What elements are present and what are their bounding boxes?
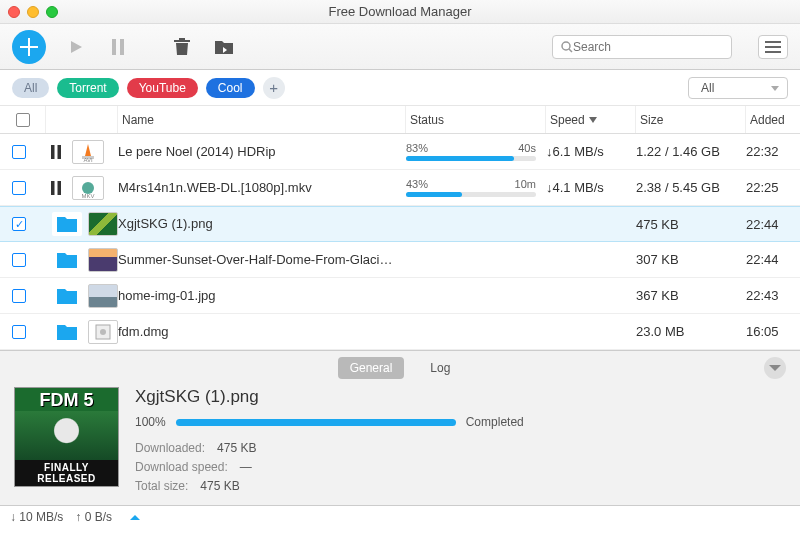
size-cell: 307 KB <box>636 252 746 267</box>
details-progress: 100% Completed <box>135 415 786 429</box>
col-size[interactable]: Size <box>636 106 746 133</box>
add-download-button[interactable] <box>12 30 46 64</box>
svg-rect-4 <box>765 46 781 48</box>
row-checkbox[interactable] <box>12 181 26 195</box>
details-filename: XgjtSKG (1).png <box>135 387 786 407</box>
details-pane: General Log FDM 5 FINALLY RELEASED XgjtS… <box>0 350 800 505</box>
pause-icon <box>46 181 66 195</box>
add-tag-button[interactable]: + <box>263 77 285 99</box>
svg-rect-6 <box>51 145 55 159</box>
file-name: XgjtSKG (1).png <box>118 206 406 242</box>
progress: 83%40s <box>406 142 536 161</box>
row-checkbox[interactable] <box>12 325 26 339</box>
added-cell: 22:43 <box>746 288 800 303</box>
size-cell: 2.38 / 5.45 GB <box>636 180 746 195</box>
table-row[interactable]: fdm.dmg23.0 MB16:05 <box>0 314 800 350</box>
added-cell: 16:05 <box>746 324 800 339</box>
hamburger-menu-button[interactable] <box>758 35 788 59</box>
file-thumbnail <box>88 248 118 272</box>
open-folder-button[interactable] <box>52 248 82 272</box>
downloads-list: AVILe pere Noel (2014) HDRip83%40s↓6.1 M… <box>0 134 800 350</box>
svg-rect-7 <box>58 145 62 159</box>
tag-torrent[interactable]: Torrent <box>57 78 118 98</box>
row-checkbox[interactable] <box>12 217 26 231</box>
tag-all[interactable]: All <box>12 78 49 98</box>
col-status[interactable]: Status <box>406 106 546 133</box>
speed-menu-button[interactable] <box>130 514 140 521</box>
file-thumbnail <box>88 212 118 236</box>
row-checkbox[interactable] <box>12 253 26 267</box>
filter-label: All <box>701 81 714 95</box>
play-button[interactable] <box>64 35 88 59</box>
svg-rect-9 <box>51 181 55 195</box>
table-row[interactable]: AVILe pere Noel (2014) HDRip83%40s↓6.1 M… <box>0 134 800 170</box>
details-thumbnail: FDM 5 FINALLY RELEASED <box>14 387 119 487</box>
hamburger-icon <box>765 41 781 53</box>
svg-point-2 <box>562 42 570 50</box>
col-speed[interactable]: Speed <box>546 106 636 133</box>
open-folder-button[interactable] <box>52 320 82 344</box>
size-cell: 367 KB <box>636 288 746 303</box>
toolbar <box>0 24 800 70</box>
details-tabs: General Log <box>0 351 800 385</box>
chevron-down-icon <box>589 117 597 123</box>
table-header: Name Status Speed Size Added <box>0 106 800 134</box>
tag-youtube[interactable]: YouTube <box>127 78 198 98</box>
search-box[interactable] <box>552 35 732 59</box>
svg-point-13 <box>100 329 106 335</box>
svg-rect-5 <box>765 51 781 53</box>
window-title: Free Download Manager <box>0 4 800 19</box>
details-meta: Downloaded:475 KB Download speed:— Total… <box>135 439 786 497</box>
file-thumbnail: MKV <box>72 176 104 200</box>
speed-cell: ↓4.1 MB/s <box>546 180 636 195</box>
file-thumbnail: AVI <box>72 140 104 164</box>
svg-rect-3 <box>765 41 781 43</box>
table-row[interactable]: home-img-01.jpg367 KB22:43 <box>0 278 800 314</box>
size-cell: 23.0 MB <box>636 324 746 339</box>
svg-rect-0 <box>112 39 116 55</box>
table-row[interactable]: Summer-Sunset-Over-Half-Dome-From-Glacie… <box>0 242 800 278</box>
file-name: home-img-01.jpg <box>118 278 406 314</box>
chevron-up-icon <box>130 514 140 521</box>
svg-rect-1 <box>120 39 124 55</box>
row-checkbox[interactable] <box>12 289 26 303</box>
table-row[interactable]: MKVM4rs14n1n.WEB-DL.[1080p].mkv43%10m↓4.… <box>0 170 800 206</box>
file-name: M4rs14n1n.WEB-DL.[1080p].mkv <box>118 170 406 206</box>
delete-button[interactable] <box>170 35 194 59</box>
tags-bar: All Torrent YouTube Cool + All <box>0 70 800 106</box>
added-cell: 22:44 <box>746 217 800 232</box>
search-input[interactable] <box>573 40 723 54</box>
open-folder-button[interactable] <box>52 212 82 236</box>
added-cell: 22:32 <box>746 144 800 159</box>
svg-rect-10 <box>58 181 62 195</box>
status-bar: ↓ 10 MB/s ↑ 0 B/s <box>0 505 800 529</box>
size-cell: 1.22 / 1.46 GB <box>636 144 746 159</box>
download-speed-limit: ↓ 10 MB/s <box>10 510 63 524</box>
open-folder-button[interactable] <box>52 284 82 308</box>
select-all-checkbox[interactable] <box>16 113 30 127</box>
progress: 43%10m <box>406 178 536 197</box>
file-name: fdm.dmg <box>118 314 406 350</box>
file-thumbnail <box>88 284 118 308</box>
file-name: Summer-Sunset-Over-Half-Dome-From-Glacie… <box>118 242 406 278</box>
tab-log[interactable]: Log <box>418 357 462 379</box>
file-name: Le pere Noel (2014) HDRip <box>118 134 406 170</box>
filter-dropdown[interactable]: All <box>688 77 788 99</box>
added-cell: 22:44 <box>746 252 800 267</box>
added-cell: 22:25 <box>746 180 800 195</box>
col-name[interactable]: Name <box>118 106 406 133</box>
pause-button[interactable] <box>106 35 130 59</box>
search-icon <box>561 41 573 53</box>
chevron-down-icon <box>769 364 781 372</box>
tab-general[interactable]: General <box>338 357 405 379</box>
speed-cell: ↓6.1 MB/s <box>546 144 636 159</box>
row-checkbox[interactable] <box>12 145 26 159</box>
collapse-details-button[interactable] <box>764 357 786 379</box>
col-added[interactable]: Added <box>746 106 800 133</box>
titlebar: Free Download Manager <box>0 0 800 24</box>
tag-cool[interactable]: Cool <box>206 78 255 98</box>
move-to-folder-button[interactable] <box>212 35 236 59</box>
table-row[interactable]: XgjtSKG (1).png475 KB22:44 <box>0 206 800 242</box>
file-thumbnail <box>88 320 118 344</box>
size-cell: 475 KB <box>636 217 746 232</box>
